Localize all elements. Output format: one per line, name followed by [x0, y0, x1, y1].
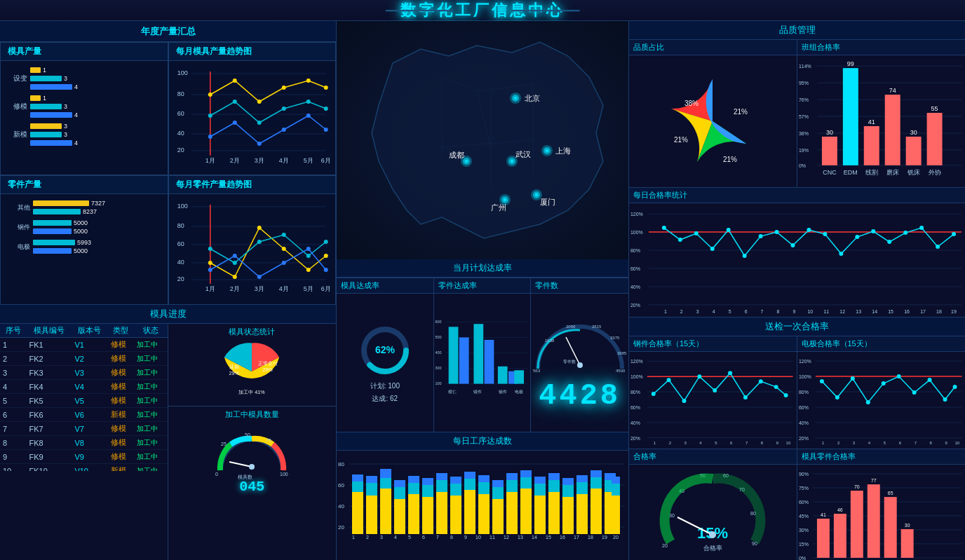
mold-parts-pass-title: 模具零件合格率: [797, 449, 966, 465]
mold-progress-body: 序号 模具编号 版本号 类型 状态 1FK1V1修模加工中2FK2V2修模加工中…: [0, 324, 336, 560]
svg-point-340: [728, 371, 732, 375]
bar-xiumo-2: [30, 104, 62, 109]
svg-point-288: [710, 247, 715, 251]
svg-point-100: [465, 160, 468, 163]
table-row: 1FK1V1修模加工中: [0, 338, 168, 352]
parts-count-section: 零件数 563 1638 2050 2815 3375: [531, 278, 628, 432]
svg-text:100%: 100%: [630, 374, 643, 379]
map-section: 北京 上海 成都 武汉 广州: [337, 21, 628, 259]
svg-text:15: 15: [546, 535, 551, 540]
svg-text:9: 9: [945, 441, 947, 445]
svg-text:38%: 38%: [684, 100, 699, 107]
svg-rect-173: [422, 478, 433, 485]
svg-text:300: 300: [435, 366, 441, 370]
svg-point-398: [709, 531, 716, 538]
svg-rect-157: [352, 482, 363, 492]
quality-top: 品质占比 38% 21%: [629, 40, 965, 188]
svg-point-341: [743, 395, 748, 399]
bar-val-other-1: 7327: [91, 200, 105, 207]
table-row: 8FK8V8修模加工中: [0, 436, 168, 450]
svg-rect-178: [450, 484, 461, 496]
bar-shebian-1: [30, 67, 41, 73]
svg-text:2月: 2月: [229, 157, 239, 164]
bar-item-steel-2: 5000: [33, 228, 161, 235]
bar-item-other-2: 8237: [33, 208, 161, 215]
svg-text:41: 41: [821, 512, 826, 517]
svg-text:磨床: 磨床: [886, 169, 898, 176]
pass-rate-gauge-chart: 20 30 40 50 60 70 80 90 15% 合格率: [629, 465, 797, 560]
svg-point-58: [208, 268, 212, 272]
svg-text:零件数: 零件数: [563, 360, 576, 364]
bar-electrode-1: [33, 240, 75, 245]
svg-point-27: [306, 114, 310, 118]
right-panel: 品质管理 品质占比: [628, 21, 965, 560]
svg-text:114%: 114%: [798, 64, 811, 69]
bar-row-shebian: 设变 1 3 4: [8, 67, 161, 90]
svg-text:5: 5: [729, 309, 731, 314]
svg-text:1: 1: [821, 441, 824, 445]
svg-point-338: [697, 374, 701, 378]
svg-point-28: [323, 128, 328, 132]
svg-text:EDM: EDM: [843, 169, 857, 176]
bar-row-electrode: 电极 5993 5000: [8, 239, 161, 254]
svg-point-343: [774, 385, 778, 389]
svg-rect-196: [534, 484, 546, 496]
svg-text:60%: 60%: [630, 266, 640, 271]
svg-text:38%: 38%: [798, 131, 808, 136]
pass-rate-gauge-title: 合格率: [629, 449, 797, 465]
header-deco-left: ━━━━━━━━━━━━: [386, 5, 453, 16]
svg-text:6月: 6月: [320, 157, 330, 164]
svg-rect-127: [448, 327, 458, 383]
svg-point-22: [323, 107, 328, 111]
bar-other-2: [33, 209, 81, 214]
svg-text:100: 100: [177, 69, 187, 76]
svg-point-60: [257, 275, 261, 279]
svg-text:77: 77: [870, 478, 876, 483]
svg-point-292: [775, 230, 779, 234]
bar-item-xiumo-3: 4: [30, 111, 161, 118]
svg-text:6: 6: [422, 535, 425, 540]
svg-point-371: [881, 381, 885, 385]
svg-text:20: 20: [613, 535, 619, 540]
monthly-parts-trend-chart: 100 80 60 40 20: [169, 194, 336, 296]
svg-rect-213: [612, 496, 620, 534]
th-type: 类型: [108, 324, 134, 338]
gauge-svg: 0 25 50 75 100 模具数: [210, 421, 294, 484]
svg-rect-185: [478, 475, 490, 482]
svg-point-287: [694, 231, 699, 235]
svg-text:镶件: 镶件: [473, 389, 482, 394]
mold-table-scroll[interactable]: 序号 模具编号 版本号 类型 状态 1FK1V1修模加工中2FK2V2修模加工中…: [0, 324, 168, 471]
svg-text:80%: 80%: [798, 390, 808, 395]
mold-production-title: 模具产量: [1, 43, 168, 61]
svg-point-54: [257, 240, 261, 244]
svg-text:14: 14: [872, 309, 877, 314]
svg-point-50: [306, 268, 310, 272]
steel-pass-title: 钢件合格率（15天）: [629, 336, 797, 352]
svg-point-24: [232, 121, 236, 125]
svg-rect-130: [484, 340, 494, 384]
svg-point-370: [865, 400, 870, 404]
bar-group-shebian: 1 3 4: [30, 67, 161, 90]
svg-point-63: [323, 268, 328, 272]
mold-rate-chart: 62% 计划: 100 达成: 62: [337, 294, 433, 432]
bar-row-steel: 钢件 5000 5000: [8, 219, 161, 235]
parts-production-section: 零件产量 其他 7327 8237: [0, 175, 168, 305]
svg-rect-206: [576, 475, 588, 482]
svg-text:13: 13: [518, 535, 523, 540]
mold-rate-content: 62% 计划: 100 达成: 62: [337, 294, 433, 432]
svg-text:6: 6: [898, 441, 901, 445]
svg-text:正常交付: 正常交付: [258, 360, 278, 367]
svg-text:20: 20: [338, 524, 344, 531]
svg-rect-188: [492, 480, 504, 487]
svg-text:30%: 30%: [798, 528, 808, 533]
svg-text:40: 40: [338, 503, 344, 510]
table-row: 9FK9V9修模加工中: [0, 450, 168, 464]
svg-text:500: 500: [435, 335, 441, 339]
bar-val-xiumo-2: 3: [64, 103, 67, 110]
svg-text:100%: 100%: [798, 374, 811, 379]
svg-rect-162: [380, 489, 391, 534]
monthly-mold-trend-section: 每月模具产量趋势图 100 80 60 40 20: [168, 42, 337, 175]
table-row: 3FK3V3修模加工中: [0, 366, 168, 380]
svg-rect-254: [821, 137, 837, 165]
svg-text:2: 2: [837, 441, 839, 445]
